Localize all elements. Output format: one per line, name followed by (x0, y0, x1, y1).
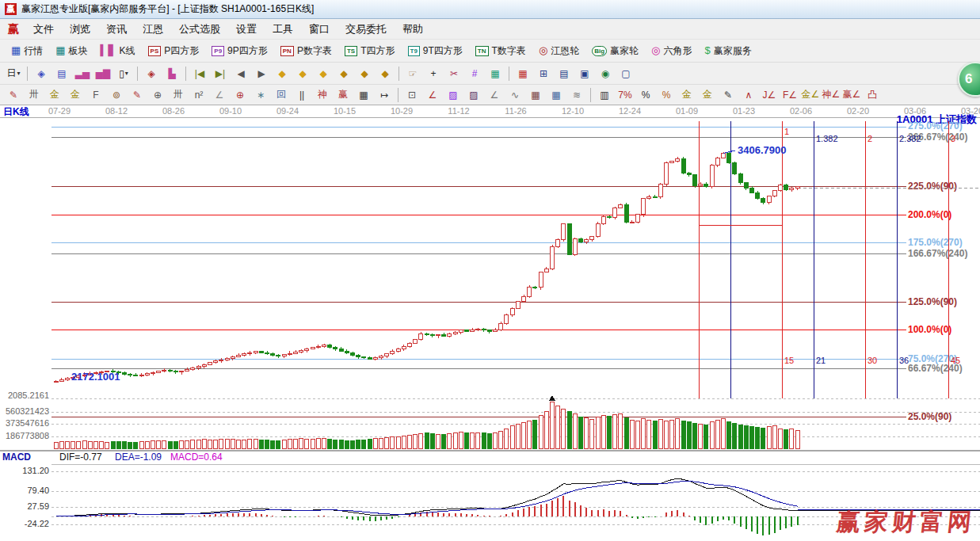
tool-calculator[interactable]: ⊞ (533, 65, 554, 82)
tool-ruler-123[interactable]: ▦ (353, 86, 374, 103)
toolbar-button-hexagon[interactable]: ◎六角形 (645, 43, 698, 59)
svg-text:09-10: 09-10 (219, 106, 242, 116)
toolbar-button-p-square[interactable]: PSP四方形 (142, 43, 206, 59)
toolbar-button-winner-service[interactable]: $赢家服务 (698, 43, 757, 59)
tool-zoom-left[interactable]: ◆ (272, 65, 292, 82)
tool-bars-small[interactable]: ▃▅ (72, 65, 93, 82)
tool-target-red[interactable]: ⊕ (230, 86, 250, 103)
toolbar-button-p9-square[interactable]: P99P四方形 (205, 43, 273, 59)
menu-item-文件[interactable]: 文件 (25, 21, 62, 38)
tool-zoom-vertical[interactable]: ◆ (354, 65, 375, 82)
tool-gann-ladder[interactable]: 卅 (24, 86, 44, 103)
menu-item-帮助[interactable]: 帮助 (395, 21, 431, 38)
tool-ying-tool[interactable]: 赢 (333, 86, 353, 103)
tool-drag-hand[interactable]: ☞ (402, 65, 423, 82)
tool-period-day[interactable]: 日▾ (3, 65, 24, 82)
menu-item-公式选股[interactable]: 公式选股 (171, 21, 228, 38)
tool-color-flag[interactable]: ▙ (162, 65, 182, 82)
tool-peak-tool[interactable]: ∧ (738, 86, 759, 103)
tool-ladder-2[interactable]: 卅 (168, 86, 189, 103)
tool-grid-b[interactable]: ▦ (546, 86, 566, 103)
tool-spiral[interactable]: ⊚ (106, 86, 127, 103)
toolbar-button-p-number-table[interactable]: PNP数字表 (274, 43, 338, 59)
toolbar-button-quotes[interactable]: ▦行情 (5, 43, 49, 59)
tool-ying-angle[interactable]: 赢∠ (841, 86, 862, 103)
tool-grid-a[interactable]: ▦ (525, 86, 546, 103)
tool-zoom-compress[interactable]: ◆ (334, 65, 354, 82)
tool-cut-tool[interactable]: ✂ (444, 65, 464, 82)
menu-item-浏览[interactable]: 浏览 (62, 21, 98, 38)
menu-item-资讯[interactable]: 资讯 (98, 21, 135, 38)
tool-j-angle[interactable]: J∠ (759, 86, 780, 103)
tool-pattern-green[interactable]: ▦ (485, 65, 505, 82)
menu-item-设置[interactable]: 设置 (228, 21, 265, 38)
tool-list-tool[interactable]: ▥ (594, 86, 615, 103)
toolbar-button-winner-wheel[interactable]: Big赢家轮 (585, 43, 645, 59)
tool-tu-tool[interactable]: 凸 (862, 86, 883, 103)
tool-pen-2[interactable]: ✎ (127, 86, 147, 103)
toolbar-button-kline[interactable]: ▍▋K线 (94, 43, 142, 59)
tool-angle-line[interactable]: ∠ (484, 86, 505, 103)
tool-save-web[interactable]: ◉ (595, 65, 616, 82)
tool-gold-grid-2[interactable]: 金 (65, 86, 86, 103)
toolbar-button-t-number-table[interactable]: TNT数字表 (469, 43, 532, 59)
menu-item-工具[interactable]: 工具 (265, 21, 301, 38)
tool-ink-tool[interactable]: ✎ (718, 86, 738, 103)
tool-zoom-horizontal[interactable]: ◆ (313, 65, 334, 82)
tool-bars-large[interactable]: ▅▇ (93, 65, 113, 82)
chart-area[interactable]: 07-2908-1208-2609-1009-2410-1510-2911-12… (0, 105, 980, 541)
tool-box-grid[interactable]: 回 (271, 86, 292, 103)
tool-quote-pair[interactable]: || (292, 86, 312, 103)
tool-star-grid[interactable]: ∗ (250, 86, 271, 103)
menu-item-江恩[interactable]: 江恩 (135, 21, 171, 38)
toolbar-button-sectors[interactable]: ▦板块 (49, 43, 93, 59)
tool-save[interactable]: ▣ (574, 65, 595, 82)
tool-zoom-right[interactable]: ◆ (292, 65, 313, 82)
tool-n-square[interactable]: n² (189, 86, 209, 103)
tool-percent-gold[interactable]: % (656, 86, 677, 103)
tool-gold-circle[interactable]: 金 (677, 86, 697, 103)
tool-shen-angle[interactable]: 神∠ (821, 86, 841, 103)
tool-notes[interactable]: ▤ (554, 65, 574, 82)
menu-item-窗口[interactable]: 窗口 (301, 21, 337, 38)
tool-fib-f[interactable]: F (86, 86, 106, 103)
menu-item-交易委托[interactable]: 交易委托 (337, 21, 395, 38)
tool-f-angle[interactable]: F∠ (780, 86, 800, 103)
chart-canvas[interactable]: 07-2908-1208-2609-1009-2410-1510-2911-12… (0, 105, 980, 541)
tool-pattern-overlay[interactable]: ◈ (141, 65, 162, 82)
tool-crosshair[interactable]: + (423, 65, 444, 82)
toolbar-button-gann-wheel[interactable]: ◎江恩轮 (532, 43, 585, 59)
tool-box-purple[interactable]: ▨ (443, 86, 463, 103)
tool-next-page[interactable]: ▶ (251, 65, 272, 82)
tool-grid-edit[interactable]: # (464, 65, 485, 82)
tool-prev-page[interactable]: ◀ (231, 65, 251, 82)
tool-last-page[interactable]: ▶| (210, 65, 231, 82)
tool-shen-tool[interactable]: 神 (312, 86, 333, 103)
tool-draw-pen[interactable]: ✎ (3, 86, 24, 103)
tool-zoom-all[interactable]: ◆ (375, 65, 395, 82)
tool-first-page[interactable]: |◀ (189, 65, 210, 82)
tool-box-dark[interactable]: ▨ (463, 86, 484, 103)
tool-gold-angle[interactable]: 金∠ (800, 86, 821, 103)
tool-pattern-window[interactable]: ◈ (31, 65, 51, 82)
tool-frame-tool[interactable]: ⊡ (402, 86, 422, 103)
tool-fan-red[interactable]: ∠ (422, 86, 443, 103)
toolbar-button-t9-square[interactable]: T99T四方形 (402, 43, 469, 59)
tool-info-panel[interactable]: ▤ (51, 65, 72, 82)
tool-export[interactable]: ▢ (616, 65, 636, 82)
kline-chart-svg[interactable]: 07-2908-1208-2609-1009-2410-1510-2911-12… (0, 105, 980, 541)
tool-percent-7[interactable]: 7% (615, 86, 635, 103)
t-number-table-label: T数字表 (492, 44, 526, 58)
tool-hatch-tool[interactable]: ≋ (566, 86, 587, 103)
tool-wave-tool[interactable]: ∿ (505, 86, 525, 103)
tool-gold-line[interactable]: 金 (697, 86, 718, 103)
toolbar-button-t-square[interactable]: TST四方形 (338, 43, 402, 59)
tool-span-arrow[interactable]: ↦ (374, 86, 395, 103)
menu-bar: 赢 文件浏览资讯江恩公式选股设置工具窗口交易委托帮助 (0, 19, 980, 40)
tool-candle-type[interactable]: ▯▾ (113, 65, 134, 82)
tool-angle-a[interactable]: ∠ (209, 86, 230, 103)
tool-calendar[interactable]: ▦ (513, 65, 533, 82)
tool-gold-grid-1[interactable]: 金 (44, 86, 65, 103)
tool-percent[interactable]: % (635, 86, 656, 103)
tool-circle-cross[interactable]: ⊕ (147, 86, 168, 103)
